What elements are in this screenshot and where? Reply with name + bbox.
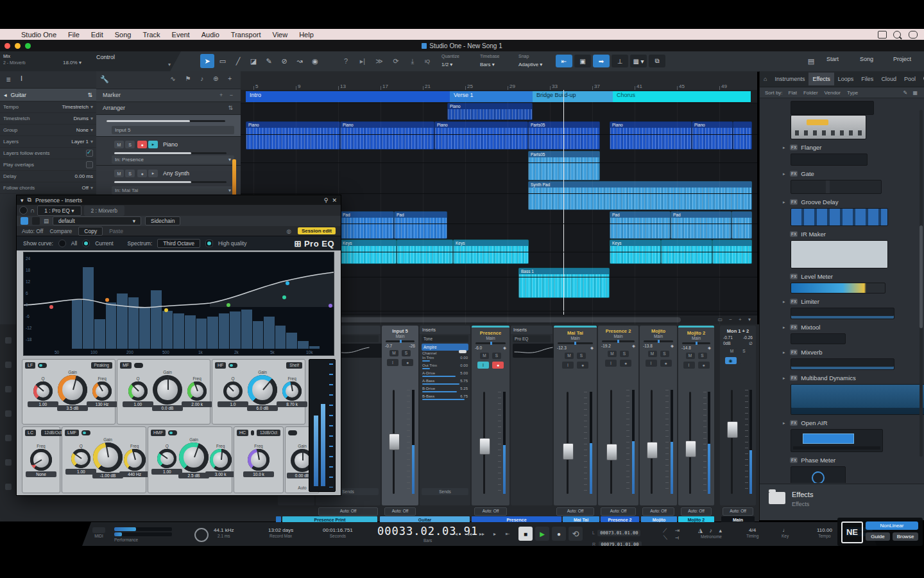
snap-grid-toggle[interactable]: ▣ [574,55,591,67]
snap-start-toggle[interactable]: ⇤ [556,55,572,67]
param-bar[interactable] [422,368,430,369]
browser-item-limiter[interactable]: ▸FXLimiter [783,298,924,305]
knob-dial[interactable] [58,375,87,405]
auto-size-icon[interactable]: ⇅ [87,92,92,98]
marker-add-remove-buttons[interactable]: + − [219,92,235,98]
menu-item-track[interactable]: Track [137,31,166,39]
chevron-down-icon[interactable]: ▾ [21,197,24,204]
expand-arrow-icon[interactable]: ▸ [783,325,787,330]
control-center-icon[interactable] [909,31,918,39]
listen-tool[interactable]: ◉ [308,54,322,68]
mute-button[interactable]: M [686,353,695,359]
inspector-row-tempo[interactable]: TempoTimestretch▾ [0,101,96,113]
expand-arrow-icon[interactable]: ▸ [783,350,787,355]
audio-clip[interactable]: Piano [246,121,340,150]
inserts-header[interactable]: Inserts [511,326,552,334]
monitor-button[interactable]: I [605,360,617,367]
expand-icon[interactable]: ⧉ [28,197,31,204]
quantize-value[interactable]: 1/2 ▾ [441,62,452,67]
monitor-button[interactable]: I [683,362,695,369]
param-row[interactable]: B-Bass6.75 [420,394,470,398]
layers-toggle[interactable]: ⧉ [649,55,665,67]
knob-dial[interactable] [92,381,112,401]
knob-dial[interactable] [248,449,270,471]
eq-band-node[interactable] [286,281,289,285]
menu-item-view[interactable]: View [267,31,294,39]
pan-value[interactable]: ◈ [590,346,594,351]
automation-mode-button[interactable]: Auto: Off [723,507,753,516]
monitor-button[interactable]: I [646,360,657,367]
power-icon[interactable] [19,206,28,215]
sidechain-button[interactable]: Sidechain [145,216,180,225]
track-row-any-synth[interactable]: MS●▸Any SynthIn: Mai Tai▾ [96,166,241,197]
control-dropdown[interactable]: Control [96,54,115,60]
pan-slider[interactable] [386,340,415,342]
effect-thumbnail[interactable] [791,208,888,226]
plugin-title-bar[interactable]: ▾ ⧉ Presence - Inserts ⚲ ✕ [17,195,341,205]
mute-tool[interactable]: ⊘ [277,54,291,68]
menu-item-song[interactable]: Song [109,31,137,39]
activate-button[interactable] [21,217,28,225]
pan-value[interactable]: -0.26 [743,335,753,340]
sort-option-type[interactable]: Type [847,90,858,96]
autoscroll-icon[interactable]: ⤓ [406,54,420,68]
knob-dial[interactable] [93,442,123,472]
fader-track[interactable] [567,392,569,494]
mixer-channel-Mai Tai[interactable]: Mai TaiMain-12.3◈MSI● [554,326,597,505]
record-arm-button[interactable]: ● [137,141,147,148]
expand-arrow-icon[interactable]: ▸ [783,421,787,426]
audio-clip[interactable]: Synth Pad [528,181,752,210]
automation-mode-button[interactable]: Auto: Off [556,507,594,516]
tempo-block[interactable]: ♩Key [782,527,789,538]
record-button[interactable]: ● [577,362,588,369]
audio-clip[interactable]: Bass 1 [518,268,610,298]
solo-button[interactable]: S [620,351,629,357]
pin-icon[interactable]: ⚲ [324,197,329,204]
tab-effects[interactable]: Effects [809,73,834,85]
automation-mode-button[interactable]: Auto: Off [318,507,378,516]
mixer-channel-panel[interactable]: InsertsPro EQ [511,326,552,505]
inserts-header[interactable]: Inserts [420,326,470,334]
band-power-toggle[interactable] [228,363,237,368]
volume-value[interactable]: -0.71 [723,335,733,340]
monitor-button[interactable]: I [562,362,574,369]
tab-instruments[interactable]: Instruments [771,73,809,85]
param-bar[interactable] [422,383,459,385]
solo-button[interactable]: S [402,350,411,356]
fader-cap[interactable] [479,438,490,455]
amp-thumbnail[interactable] [791,115,866,139]
checkbox[interactable] [86,150,93,157]
inspector-row-delay[interactable]: Delay0.00 ms [0,171,96,182]
fader-track[interactable] [610,390,612,494]
mute-button[interactable]: M [480,353,489,359]
browser-item-gate[interactable]: ▸FXGate [783,170,924,177]
snap-value[interactable]: Adaptive ▾ [518,62,542,67]
effect-thumbnail[interactable] [791,240,888,268]
knob-dial[interactable] [248,375,277,405]
automation-mode-button[interactable]: Auto: Off [601,507,636,516]
preset-file-icon[interactable]: ▤ [44,218,49,224]
band-power-toggle[interactable] [251,430,254,435]
tab-loops[interactable]: Loops [834,73,858,85]
fader-track[interactable] [651,390,653,494]
volume-value[interactable]: -6.0 [475,346,482,351]
band-power-toggle[interactable] [38,363,47,368]
pan-slider[interactable] [475,342,506,344]
audio-clip[interactable]: Piano [434,121,528,150]
metronome-block[interactable]: ◮ ♪ ▴ Metronome [698,527,724,539]
stop-button[interactable]: ■ [518,527,533,541]
browser-scrollbar[interactable] [920,110,923,457]
volume-value[interactable]: -14.8 [681,346,691,351]
auto-gain-toggle[interactable]: Auto [298,486,306,490]
rail-icon[interactable] [5,459,12,466]
record-button[interactable]: ● [698,362,710,369]
inspector-row-follow-chords[interactable]: Follow chordsOff▾ [0,182,96,194]
pan-value[interactable]: -26 [409,344,415,348]
preset-dropdown[interactable]: default▾ [53,216,141,225]
knob-dial[interactable] [153,375,182,405]
mixer-channel-Input 5[interactable]: Input 5Main-0.7-26MSI● [382,326,418,505]
knob-dial[interactable] [71,449,90,468]
volume-value[interactable]: -13.8 [643,344,653,349]
eq-graph[interactable]: 24181260-6-12-18 501002005001k2k5k10k [23,252,334,356]
mixer-channel-Presence[interactable]: PresenceMain-6.0◈MSI● [472,326,509,505]
